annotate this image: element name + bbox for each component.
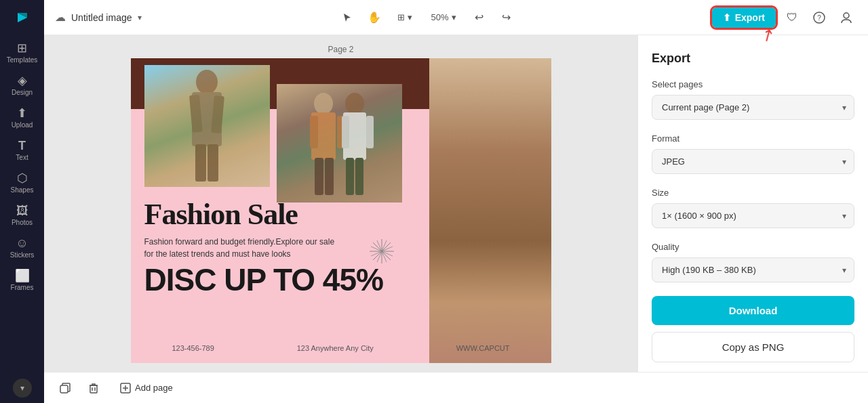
- topbar-left: ☁ Untitled image ▾: [55, 11, 142, 24]
- sidebar-item-stickers[interactable]: ☺ Stickers: [3, 233, 41, 263]
- svg-rect-7: [195, 144, 206, 182]
- shield-button[interactable]: 🛡: [781, 7, 803, 28]
- svg-point-2: [844, 13, 849, 18]
- sidebar-bottom: ▾: [13, 379, 32, 398]
- size-label: Size: [652, 188, 854, 198]
- svg-rect-29: [60, 385, 68, 393]
- size-group: Size 1× (1600 × 900 px) 2× (3200 × 1800 …: [652, 188, 854, 228]
- sidebar-item-photos-label: Photos: [12, 219, 33, 226]
- cloud-icon: ☁: [55, 11, 66, 24]
- export-actions: Download Copy as PNG: [652, 296, 854, 362]
- undo-button[interactable]: ↩: [469, 7, 490, 28]
- sidebar-item-shapes-label: Shapes: [11, 186, 34, 194]
- svg-rect-11: [310, 116, 318, 148]
- topbar-center: ✋ ⊞ ▾ 50% ▾ ↩ ↪: [150, 7, 704, 28]
- sidebar-item-frames-label: Frames: [11, 284, 34, 291]
- design-canvas[interactable]: Fashion Sale: [131, 58, 551, 363]
- sidebar-item-shapes[interactable]: ⬡ Shapes: [3, 168, 41, 198]
- photo-1: [144, 65, 270, 187]
- file-title-chevron[interactable]: ▾: [138, 13, 142, 22]
- quality-dropdown[interactable]: High (190 KB – 380 KB) Medium (90 KB – 1…: [652, 257, 854, 282]
- sidebar-item-text[interactable]: T Text: [3, 135, 41, 165]
- size-dropdown[interactable]: 1× (1600 × 900 px) 2× (3200 × 1800 px) 0…: [652, 203, 854, 228]
- text-icon: T: [18, 140, 26, 152]
- export-label: Export: [735, 12, 765, 23]
- sidebar-item-templates-label: Templates: [7, 56, 38, 64]
- sidebar-item-upload-label: Upload: [12, 121, 33, 129]
- zoom-chevron-icon: ▾: [452, 12, 456, 22]
- svg-rect-13: [315, 158, 323, 195]
- layout-button[interactable]: ⊞ ▾: [391, 9, 419, 25]
- sidebar-item-text-label: Text: [16, 154, 28, 161]
- sidebar-item-upload[interactable]: ⬆ Upload: [3, 103, 41, 133]
- logo[interactable]: [10, 5, 35, 30]
- help-button[interactable]: ?: [808, 7, 830, 28]
- zoom-value: 50%: [431, 12, 449, 22]
- svg-text:?: ?: [817, 14, 821, 22]
- duplicate-page-button[interactable]: [55, 378, 75, 398]
- contact-row: 123-456-789 123 Anywhere Any City WWW.CA…: [131, 344, 551, 352]
- format-label: Format: [652, 133, 854, 144]
- delete-page-button[interactable]: [83, 378, 104, 398]
- user-button[interactable]: [835, 7, 857, 28]
- upload-icon: ⬆: [17, 107, 27, 119]
- fashion-subtitle: Fashion forward and budget friendly.Expl…: [144, 236, 335, 260]
- design-icon: ◈: [18, 75, 27, 87]
- export-button[interactable]: ⬆ Export: [712, 7, 776, 28]
- sidebar-collapse-button[interactable]: ▾: [13, 379, 32, 398]
- canvas-area[interactable]: Page 2: [44, 35, 637, 372]
- photos-icon: 🖼: [16, 205, 28, 217]
- bottom-bar: Add page: [44, 372, 868, 403]
- hand-tool-button[interactable]: ✋: [363, 7, 385, 28]
- contact-phone: 123-456-789: [172, 344, 214, 352]
- copy-png-button[interactable]: Copy as PNG: [652, 332, 854, 362]
- add-page-label: Add page: [135, 383, 173, 393]
- svg-rect-18: [366, 116, 374, 148]
- quality-label: Quality: [652, 242, 854, 252]
- select-pages-group: Select pages Current page (Page 2) All p…: [652, 79, 854, 120]
- format-group: Format JPEG PNG PDF SVG ▾: [652, 133, 854, 174]
- quality-wrapper: High (190 KB – 380 KB) Medium (90 KB – 1…: [652, 257, 854, 282]
- layout-chevron-icon: ▾: [408, 12, 412, 22]
- file-title: Untitled image: [71, 12, 132, 23]
- svg-rect-30: [90, 385, 97, 393]
- svg-rect-19: [346, 158, 354, 195]
- shapes-icon: ⬡: [17, 172, 28, 184]
- download-button[interactable]: Download: [652, 296, 854, 325]
- size-wrapper: 1× (1600 × 900 px) 2× (3200 × 1800 px) 0…: [652, 203, 854, 228]
- select-pages-dropdown[interactable]: Current page (Page 2) All pages Custom r…: [652, 95, 854, 120]
- stickers-icon: ☺: [16, 237, 28, 249]
- fashion-sale-title: Fashion Sale: [144, 197, 298, 232]
- quality-group: Quality High (190 KB – 380 KB) Medium (9…: [652, 242, 854, 282]
- export-icon: ⬆: [723, 12, 731, 23]
- svg-rect-14: [325, 158, 334, 195]
- redo-button[interactable]: ↪: [496, 7, 517, 28]
- format-dropdown[interactable]: JPEG PNG PDF SVG: [652, 149, 854, 174]
- sidebar-item-stickers-label: Stickers: [10, 251, 35, 259]
- svg-point-15: [345, 93, 364, 114]
- frames-icon: ⬜: [15, 270, 30, 282]
- sidebar-item-photos[interactable]: 🖼 Photos: [3, 200, 41, 230]
- export-panel-title: Export: [652, 51, 854, 66]
- svg-point-9: [314, 93, 333, 114]
- add-page-button[interactable]: Add page: [112, 380, 181, 396]
- select-tool-button[interactable]: [336, 7, 358, 28]
- photo-2: [277, 84, 402, 203]
- sidebar: ⊞ Templates ◈ Design ⬆ Upload T Text ⬡ S…: [0, 0, 44, 403]
- sidebar-item-templates[interactable]: ⊞ Templates: [3, 38, 41, 68]
- page-label: Page 2: [328, 45, 353, 54]
- svg-rect-17: [342, 116, 349, 148]
- disc-text: DISC UP TO 45%: [144, 261, 383, 298]
- select-pages-wrapper: Current page (Page 2) All pages Custom r…: [652, 95, 854, 120]
- topbar-right: ⬆ Export 🛡 ?: [712, 7, 857, 28]
- svg-rect-20: [355, 158, 363, 195]
- layout-icon: ⊞: [397, 12, 405, 22]
- sidebar-item-design[interactable]: ◈ Design: [3, 70, 41, 100]
- zoom-button[interactable]: 50% ▾: [425, 9, 463, 25]
- svg-point-3: [196, 70, 218, 94]
- topbar: ☁ Untitled image ▾ ✋ ⊞ ▾ 50% ▾ ↩ ↪: [44, 0, 868, 35]
- select-pages-label: Select pages: [652, 79, 854, 89]
- sidebar-item-design-label: Design: [12, 89, 33, 96]
- contact-website: WWW.CAPCUT: [456, 344, 510, 352]
- sidebar-item-frames[interactable]: ⬜ Frames: [3, 266, 41, 295]
